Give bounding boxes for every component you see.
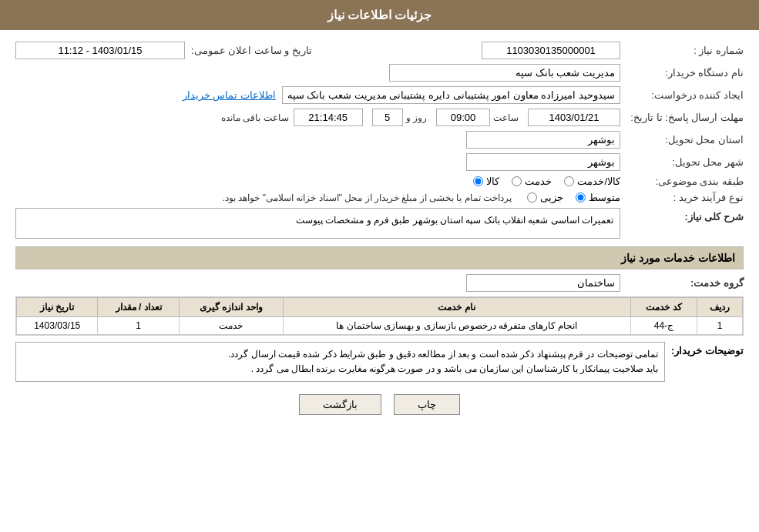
cell-row: 1 (697, 317, 743, 335)
radio-goods-service-input[interactable] (564, 176, 574, 186)
services-section-title: اطلاعات خدمات مورد نیاز (15, 246, 744, 269)
category-label: طبقه بندی موضوعی: (620, 176, 744, 187)
province-value: بوشهر (466, 131, 620, 149)
purchase-type-row: نوع فرآیند خرید : متوسط جزیی پرداخت تمام… (15, 192, 744, 203)
radio-service-input[interactable] (512, 176, 522, 186)
city-value: بوشهر (466, 153, 620, 171)
table-header-row: ردیف کد خدمت نام خدمت واحد اندازه گیری ت… (17, 298, 743, 317)
contact-link[interactable]: اطلاعات تماس خریدار (183, 89, 276, 101)
col-name: نام خدمت (283, 298, 630, 317)
service-group-value: ساختمان (466, 274, 620, 292)
send-time-value: 09:00 (436, 109, 490, 126)
city-row: شهر محل تحویل: بوشهر (15, 153, 744, 171)
send-date-row: مهلت ارسال پاسخ: تا تاریخ: 1403/01/21 سا… (15, 109, 744, 126)
print-button[interactable]: چاپ (394, 394, 460, 415)
province-row: استان محل تحویل: بوشهر (15, 131, 744, 149)
purchase-note: پرداخت تمام یا بخشی از مبلغ خریدار از مح… (223, 192, 512, 203)
radio-partial: جزیی (527, 192, 563, 203)
table-row: 1ج-44انجام کارهای متفرقه درخصوص بازسازی … (17, 317, 743, 335)
creator-value: سیدوحید امیرزاده معاون امور پشتیبانی دای… (282, 86, 620, 104)
col-row: ردیف (697, 298, 743, 317)
radio-medium-input[interactable] (576, 192, 586, 202)
radio-goods-service-label: کالا/خدمت (577, 176, 620, 187)
category-row: طبقه بندی موضوعی: کالا/خدمت خدمت کالا (15, 176, 744, 187)
services-table-container: ردیف کد خدمت نام خدمت واحد اندازه گیری ت… (15, 296, 744, 336)
radio-partial-input[interactable] (527, 192, 537, 202)
buyer-notes-row: توضیحات خریدار: تمامی توضیحات در فرم پیش… (15, 342, 744, 382)
need-number-label: شماره نیاز : (620, 45, 744, 56)
col-unit: واحد اندازه گیری (179, 298, 283, 317)
radio-goods-label: کالا (486, 176, 499, 187)
city-label: شهر محل تحویل: (620, 156, 744, 168)
cell-date: 1403/03/15 (17, 317, 98, 335)
purchase-type-radio-group: متوسط جزیی (527, 192, 620, 203)
page-header: جزئیات اطلاعات نیاز (0, 0, 759, 30)
radio-goods-input[interactable] (473, 176, 483, 186)
radio-service: خدمت (512, 176, 552, 187)
need-number-value: 1103030135000001 (482, 42, 620, 59)
province-label: استان محل تحویل: (620, 134, 744, 146)
cell-code: ج-44 (630, 317, 697, 335)
purchase-type-label: نوع فرآیند خرید : (620, 192, 744, 203)
creator-row: ایجاد کننده درخواست: سیدوحید امیرزاده مع… (15, 86, 744, 104)
services-table: ردیف کد خدمت نام خدمت واحد اندازه گیری ت… (16, 297, 743, 335)
send-day-label: روز و (406, 112, 427, 123)
radio-partial-label: جزیی (540, 192, 563, 203)
category-radio-group: کالا/خدمت خدمت کالا (473, 176, 620, 187)
send-date-label: مهلت ارسال پاسخ: تا تاریخ: (620, 112, 744, 123)
cell-count: 1 (98, 317, 179, 335)
send-date-value: 1403/01/21 (528, 109, 620, 126)
buyer-org-value: مدیریت شعب بانک سپه (389, 64, 620, 82)
cell-unit: خدمت (179, 317, 283, 335)
announce-date-value: 1403/01/15 - 11:12 (15, 42, 185, 59)
need-description-value: تعمیرات اساسی شعبه انقلاب بانک سپه استان… (15, 208, 620, 239)
radio-goods: کالا (473, 176, 499, 187)
service-group-row: گروه خدمت: ساختمان (15, 274, 744, 292)
radio-service-label: خدمت (525, 176, 552, 187)
radio-goods-service: کالا/خدمت (564, 176, 620, 187)
creator-label: ایجاد کننده درخواست: (620, 89, 744, 101)
buyer-org-row: نام دستگاه خریدار: مدیریت شعب بانک سپه (15, 64, 744, 82)
need-number-row: شماره نیاز : 1103030135000001 تاریخ و سا… (15, 42, 744, 59)
col-code: کد خدمت (630, 298, 697, 317)
cell-name: انجام کارهای متفرقه درخصوص بازسازی و بهس… (283, 317, 630, 335)
radio-medium: متوسط (576, 192, 620, 203)
need-description-row: شرح کلی نیاز: تعمیرات اساسی شعبه انقلاب … (15, 208, 744, 239)
remaining-value: 21:14:45 (294, 109, 363, 126)
need-description-label: شرح کلی نیاز: (620, 208, 744, 223)
buyer-notes-label: توضیحات خریدار: (665, 342, 744, 356)
button-row: چاپ بازگشت (15, 394, 744, 415)
remaining-label: ساعت باقی مانده (221, 112, 289, 123)
send-day-value: 5 (372, 109, 403, 126)
service-group-label: گروه خدمت: (620, 277, 744, 289)
announce-date-label: تاریخ و ساعت اعلان عمومی: (185, 45, 318, 56)
page-title: جزئیات اطلاعات نیاز (327, 8, 432, 22)
radio-medium-label: متوسط (589, 192, 620, 203)
col-date: تاریخ نیاز (17, 298, 98, 317)
buyer-org-label: نام دستگاه خریدار: (620, 67, 744, 79)
col-count: تعداد / مقدار (98, 298, 179, 317)
back-button[interactable]: بازگشت (299, 394, 381, 415)
send-time-label: ساعت (493, 112, 519, 123)
buyer-notes-value: تمامی توضیحات در فرم پیشنهاد ذکر شده است… (15, 342, 665, 382)
